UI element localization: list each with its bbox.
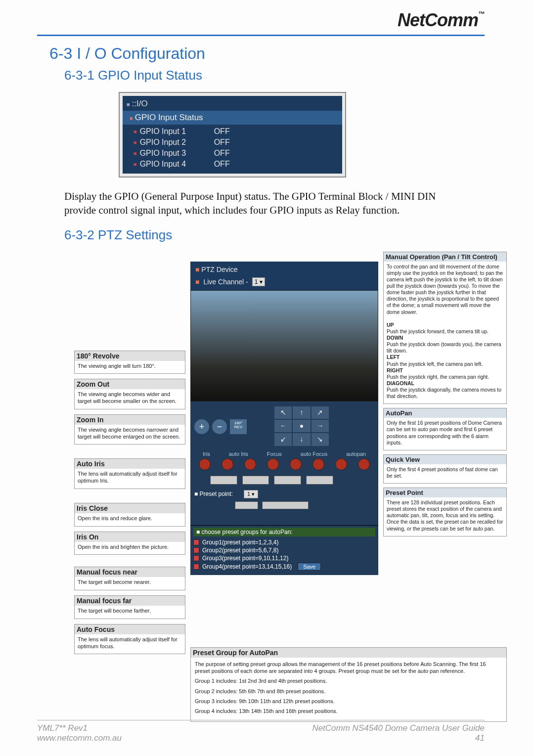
- preset-save-button[interactable]: Save: [235, 501, 258, 509]
- preset2-button[interactable]: preset2: [242, 476, 269, 485]
- ptz-up[interactable]: ↑: [293, 406, 310, 419]
- zoom-out-button[interactable]: −: [212, 419, 227, 434]
- ptz-settings-figure: 180° RevolveThe viewing angle will turn …: [74, 252, 480, 726]
- label-iris: Iris: [203, 451, 210, 457]
- group4-checkbox[interactable]: [193, 564, 199, 570]
- focus-near-button[interactable]: [267, 458, 279, 470]
- info-quick-view: Quick View Only the first 4 preset posit…: [383, 454, 507, 484]
- subsection-heading: 6-3-2 PTZ Settings: [64, 227, 485, 243]
- focus-far-button[interactable]: [290, 458, 302, 470]
- label-autopan: autopan: [346, 451, 366, 457]
- ptz-left[interactable]: ←: [274, 420, 292, 432]
- ptz-center[interactable]: ●: [293, 420, 310, 432]
- autopan-group-chooser: ■ choose preset groups for autoPan: Grou…: [190, 525, 378, 575]
- section-heading: 6-3 I / O Configuration: [49, 44, 485, 63]
- clear-all-preset-button[interactable]: clear all preset: [262, 501, 309, 509]
- gpio-description: Display the GPIO (General Purpose Input)…: [64, 189, 470, 218]
- brand-logo: NetComm™: [398, 10, 485, 31]
- ptz-down-left[interactable]: ↙: [274, 433, 292, 445]
- gpio-row: ■GPIO Input 2OFF: [123, 137, 342, 148]
- gpio-panel-subtitle: ■GPIO Input Status: [123, 111, 342, 125]
- info-auto-focus: Auto FocusThe lens will automatically ad…: [74, 624, 185, 655]
- autopan-stop-button[interactable]: [358, 458, 370, 470]
- info-preset-point: Preset Point There are 128 individual pr…: [383, 488, 507, 536]
- ptz-control-pad: + − 180° REV ↖ ↑ ↗ ← ● → ↙ ↓ ↘: [190, 401, 378, 525]
- info-manual-focus-near: Manual focus nearThe target will become …: [74, 567, 185, 590]
- autopan-header: ■ choose preset groups for autoPan:: [193, 528, 375, 536]
- info-auto-iris: Auto IrisThe lens will automatically adj…: [74, 458, 185, 489]
- preset3-button[interactable]: preset3: [274, 476, 301, 485]
- preset4-button[interactable]: preset4: [306, 476, 333, 485]
- label-auto-iris: auto Iris: [229, 451, 248, 457]
- zoom-in-button[interactable]: +: [194, 419, 209, 434]
- ptz-down[interactable]: ↓: [293, 433, 310, 445]
- gpio-panel-title: ■::I/O: [123, 98, 342, 110]
- info-iris-close: Iris CloseOpen the iris and reduce glare…: [74, 503, 185, 527]
- rev-180-button[interactable]: 180° REV: [230, 419, 247, 434]
- ptz-down-right[interactable]: ↘: [312, 433, 329, 445]
- label-focus: Focus: [267, 451, 282, 457]
- ptz-device-header: ■ PTZ Device ■ Live Channel - 1 ▾: [190, 262, 378, 290]
- footer-revision: YML7** Rev1: [37, 723, 122, 733]
- group3-checkbox[interactable]: [193, 555, 199, 561]
- info-manual-focus-far: Manual focus farThe target will become f…: [74, 595, 185, 619]
- footer-page-number: 41: [312, 733, 485, 743]
- ptz-right[interactable]: →: [312, 420, 329, 432]
- group1-checkbox[interactable]: [193, 539, 199, 545]
- iris-close-button[interactable]: [199, 458, 211, 470]
- header-rule: [37, 35, 485, 36]
- footer-guide-title: NetComm NS4540 Dome Camera User Guide: [312, 723, 485, 733]
- gpio-row: ■GPIO Input 3OFF: [123, 148, 342, 159]
- auto-iris-button[interactable]: [244, 458, 256, 470]
- auto-focus-button[interactable]: [312, 458, 324, 470]
- footer-url: www.netcomm.com.au: [37, 733, 122, 743]
- page-footer: YML7** Rev1 www.netcomm.com.au NetComm N…: [37, 720, 485, 743]
- ptz-up-right[interactable]: ↗: [312, 406, 329, 419]
- info-autopan: AutoPan Only the first 16 preset positio…: [383, 408, 507, 450]
- preset1-button[interactable]: preset1: [210, 476, 237, 485]
- gpio-status-panel: ■::I/O ■GPIO Input Status ■GPIO Input 1O…: [119, 92, 346, 178]
- ptz-up-left[interactable]: ↖: [274, 406, 292, 419]
- info-zoom-out: Zoom OutThe viewing angle becomes wider …: [74, 379, 185, 409]
- info-iris-on: Iris OnOpen the iris and brighten the pi…: [74, 532, 185, 555]
- preset-point-select[interactable]: 1 ▾: [244, 490, 258, 498]
- label-auto-focus: auto Focus: [301, 451, 327, 457]
- group2-checkbox[interactable]: [193, 547, 199, 553]
- gpio-row: ■GPIO Input 4OFF: [123, 159, 342, 170]
- info-zoom-in: Zoom InThe viewing angle becomes narrowe…: [74, 414, 185, 445]
- info-180-revolve: 180° RevolveThe viewing angle will turn …: [74, 351, 185, 374]
- autopan-start-button[interactable]: [335, 458, 347, 470]
- autopan-save-button[interactable]: Save: [298, 563, 321, 571]
- gpio-row: ■GPIO Input 1OFF: [123, 126, 342, 137]
- info-preset-group-autopan: Preset Group for AutoPan The purpose of …: [190, 647, 507, 722]
- info-manual-operation: Manual Operation (Pan / Tilt Control) To…: [383, 252, 507, 404]
- subsection-heading: 6-3-1 GPIO Input Status: [64, 68, 485, 83]
- live-video-preview: [190, 290, 378, 401]
- live-channel-select[interactable]: 1 ▾: [252, 277, 265, 286]
- iris-open-button[interactable]: [222, 458, 233, 470]
- preset-point-label: ■ Preset point:: [194, 490, 233, 497]
